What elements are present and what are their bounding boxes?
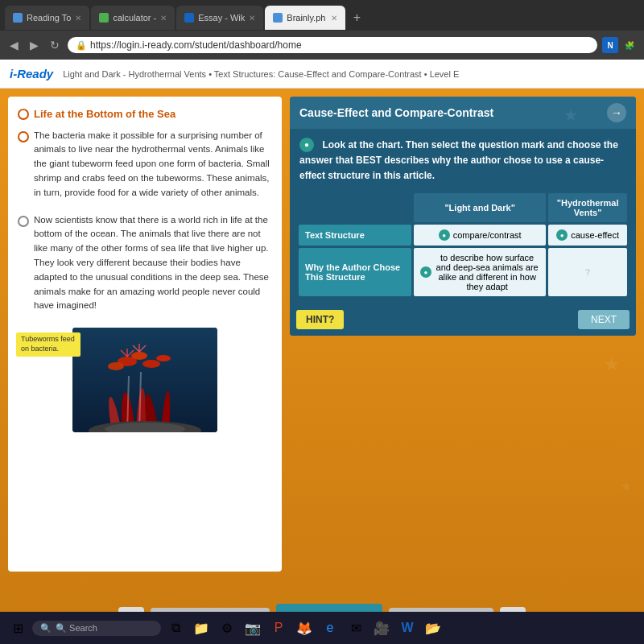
files-icon[interactable]: 📂 [422, 617, 444, 639]
panel-header: Cause-Effect and Compare-Contrast → [290, 97, 636, 129]
ext-icon-puzzle[interactable]: 🧩 [621, 37, 638, 53]
tab-close-calc[interactable]: ✕ [160, 14, 167, 23]
question-icon: ● [299, 138, 314, 152]
tab-close-essay[interactable]: ✕ [249, 14, 255, 23]
question-text: Look at the chart. Then select the quest… [299, 139, 618, 181]
video-icon[interactable]: 🎥 [370, 617, 393, 639]
taskbar-search[interactable]: 🔍 🔍 Search [32, 621, 161, 636]
reading-image-container: Tubeworms feed on bacteria. [72, 328, 217, 432]
tab-label-brainly: Brainly.ph [287, 13, 325, 23]
table-row-2: Why the Author Chose This Structure ● to… [299, 248, 627, 296]
reading-panel: Life at the Bottom of the Sea The bacter… [8, 97, 282, 572]
iready-logo: i-Ready [10, 67, 53, 80]
row1-label: Text Structure [299, 225, 411, 246]
tab-bar: Reading To ✕ calculator - ✕ Essay - Wik … [0, 0, 644, 31]
table-section: "Light and Dark" "Hydrothermal Vents" Te… [290, 191, 636, 305]
para2-bullet [18, 216, 29, 227]
tab-brainly[interactable]: Brainly.ph ✕ [265, 6, 345, 30]
file-explorer-icon[interactable]: 📁 [190, 617, 213, 639]
taskbar: ⊞ 🔍 🔍 Search ⧉ 📁 ⚙ 📷 P 🦊 e ✉ 🎥 W 📂 [0, 612, 644, 644]
content-panel: Life at the Bottom of the Sea The bacter… [8, 97, 636, 572]
camera-icon[interactable]: 📷 [242, 617, 264, 639]
start-button[interactable]: ⊞ [6, 617, 29, 639]
svg-point-18 [156, 355, 171, 361]
col1-header: "Light and Dark" [414, 193, 546, 222]
comparison-table: "Light and Dark" "Hydrothermal Vents" Te… [296, 191, 630, 299]
address-bar: ◀ ▶ ↻ 🔒 https://login.i-ready.com/studen… [0, 31, 644, 60]
submit-button[interactable]: NEXT [578, 310, 630, 329]
svg-point-17 [142, 360, 160, 368]
next-arrow-button[interactable]: → [607, 103, 626, 122]
tab-favicon-calc [99, 13, 109, 23]
row1-col1-text: compare/contrast [453, 230, 522, 240]
reading-paragraph-1: The bacteria make it possible for a surp… [34, 129, 272, 200]
hint-button[interactable]: HINT? [296, 310, 344, 329]
cell-icon-1: ● [439, 229, 450, 241]
tab-close-brainly[interactable]: ✕ [331, 14, 337, 23]
row1-col1[interactable]: ● compare/contrast [414, 225, 546, 246]
tab-close-reading[interactable]: ✕ [75, 14, 81, 23]
question-panel: Cause-Effect and Compare-Contrast → ● Lo… [290, 97, 636, 572]
browser-chrome: Reading To ✕ calculator - ✕ Essay - Wik … [0, 0, 644, 60]
logo-text: i-Ready [10, 67, 53, 80]
app-container: i-Ready Light and Dark - Hydrothermal Ve… [0, 60, 644, 644]
row2-col1[interactable]: ● to describe how surface and deep-sea a… [414, 248, 546, 296]
powerpoint-icon[interactable]: P [267, 617, 290, 639]
tab-favicon-essay [184, 13, 194, 23]
tab-add-button[interactable]: + [347, 8, 366, 27]
panel-title: Cause-Effect and Compare-Contrast [299, 106, 493, 119]
image-caption: Tubeworms feed on bacteria. [16, 332, 80, 356]
tubeworm-image [72, 328, 217, 432]
row1-col2[interactable]: ● cause-effect [548, 225, 627, 246]
tab-essay[interactable]: Essay - Wik ✕ [176, 6, 263, 30]
back-button[interactable]: ◀ [6, 37, 22, 53]
forward-button[interactable]: ▶ [27, 37, 42, 53]
breadcrumb: Light and Dark - Hydrothermal Vents • Te… [63, 69, 459, 79]
bullet-icon [18, 109, 29, 120]
search-text: 🔍 Search [56, 623, 97, 634]
refresh-button[interactable]: ↻ [47, 37, 63, 53]
main-content: ★ ★ ★ ★ ★ ★ ★ ★ Life at the Bottom of th… [0, 89, 644, 644]
btn-row: HINT? NEXT [290, 305, 636, 336]
reading-title: Life at the Bottom of the Sea [18, 106, 272, 122]
row2-label: Why the Author Chose This Structure [299, 248, 411, 296]
para1-bullet [18, 131, 29, 142]
settings-icon[interactable]: ⚙ [216, 617, 238, 639]
cell-icon-2: ● [556, 229, 568, 241]
mail-icon[interactable]: ✉ [345, 617, 367, 639]
tab-favicon-brainly [273, 13, 283, 23]
tab-favicon-reading [13, 13, 23, 23]
ext-icon-n[interactable]: N [602, 37, 618, 53]
lock-icon: 🔒 [76, 40, 87, 51]
panel-wrapper: Cause-Effect and Compare-Contrast → ● Lo… [290, 97, 636, 336]
word-icon[interactable]: W [396, 617, 419, 639]
url-bar[interactable]: 🔒 https://login.i-ready.com/student/dash… [68, 37, 597, 53]
svg-point-19 [108, 362, 124, 370]
url-text: https://login.i-ready.com/student/dashbo… [90, 39, 302, 51]
tab-label-calc: calculator - [113, 13, 156, 23]
table-row-1: Text Structure ● compare/contrast [299, 225, 627, 246]
reading-title-text: Life at the Bottom of the Sea [34, 106, 175, 122]
tab-reading[interactable]: Reading To ✕ [5, 6, 89, 30]
row1-col1-content: ● compare/contrast [420, 229, 539, 241]
search-icon: 🔍 [40, 623, 52, 634]
cell-icon-3: ● [420, 266, 431, 278]
col2-header: "Hydrothermal Vents" [548, 193, 627, 222]
row2-col1-text: to describe how surface and deep-sea ani… [435, 253, 539, 291]
task-view-button[interactable]: ⧉ [164, 617, 187, 639]
tab-label-essay: Essay - Wik [198, 13, 245, 23]
tab-label-reading: Reading To [27, 13, 71, 23]
tab-calculator[interactable]: calculator - ✕ [91, 6, 175, 30]
row2-col1-content: ● to describe how surface and deep-sea a… [420, 253, 539, 291]
iready-header: i-Ready Light and Dark - Hydrothermal Ve… [0, 60, 644, 89]
row1-col2-content: ● cause-effect [555, 229, 621, 241]
svg-point-16 [131, 352, 147, 360]
question-body: ● Look at the chart. Then select the que… [290, 129, 636, 191]
row1-col2-text: cause-effect [571, 230, 619, 240]
extension-icons: N 🧩 [602, 37, 638, 53]
ie-icon[interactable]: e [319, 617, 341, 639]
browser-icon[interactable]: 🦊 [293, 617, 316, 639]
row2-col2-question[interactable]: ? [548, 248, 627, 296]
reading-paragraph-2: Now scientists know that there is a worl… [34, 213, 272, 314]
